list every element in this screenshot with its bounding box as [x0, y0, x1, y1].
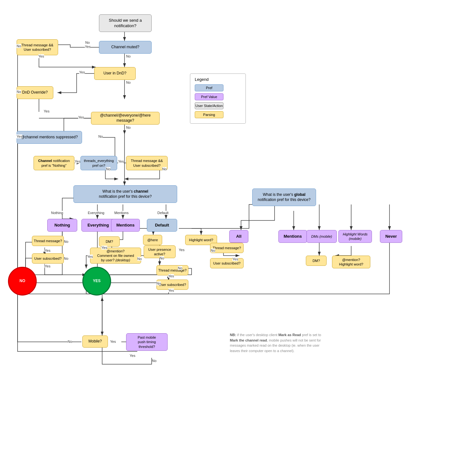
note-text: NB: if the user's desktop client Mark as… [230, 332, 322, 353]
label-no-user-sub-3: No [156, 281, 161, 285]
label-yes-user-sub-1: Yes [45, 264, 50, 268]
channel-muted-node: Channel muted? [99, 41, 152, 54]
label-mentions-val: Mentions [114, 211, 129, 215]
global-pref-node: What is the user's global notification p… [252, 189, 316, 206]
user-subscribed-1-node: User subscribed? [32, 253, 64, 264]
label-everything-val: Everything [88, 211, 104, 215]
all-node: All [229, 230, 248, 243]
label-default-val: Default [157, 211, 169, 215]
label-yes-channel-nothing: Yes [75, 159, 80, 163]
label-no-threads-everything: No [106, 167, 110, 171]
nothing-node: Nothing [47, 219, 77, 232]
label-no-thread-msg-1: No [64, 240, 68, 243]
label-no-dnd-override: No [17, 90, 21, 94]
default-node: Default [147, 219, 177, 232]
label-no-user-sub-1: No [64, 257, 68, 260]
label-no-channel-muted: No [85, 41, 90, 44]
no-label: NO [19, 279, 25, 284]
label-no-mentions-suppressed: No [98, 135, 103, 138]
label-no-presence: No [160, 256, 164, 260]
label-nothing-val: Nothing [51, 211, 63, 215]
label-no-thread-sub-2: No [162, 167, 167, 171]
legend-item-parsing: Parsing [195, 111, 241, 118]
dms-mobile-node: DMs (mobile) [306, 230, 337, 243]
thread-subscribed-1-node: Thread message && User subscribed? [17, 39, 58, 55]
mobile-node: Mobile? [82, 335, 108, 348]
legend-item-pref-value: Pref Value [195, 93, 241, 100]
channel-pref-nothing-node: Channel notification pref is "Nothing" [34, 156, 74, 170]
label-no-thread-sub-1: No [17, 44, 21, 48]
label-no-thread-msg-3: No [178, 266, 182, 270]
label-no-dnd-down: No [126, 81, 131, 84]
legend-item-pref: Pref [195, 84, 241, 91]
user-subscribed-2-node: User subscribed? [210, 258, 244, 268]
at-mention-2-node: @mention? Highlight word? [332, 256, 370, 268]
start-label: Should we send a notification? [109, 18, 142, 29]
dm-2-node: DM? [306, 256, 327, 266]
mentions2-node: Mentions [278, 230, 307, 243]
legend-item-user-state: User State/Action [195, 102, 241, 109]
label-yes-at-channel: Yes [78, 115, 84, 119]
thread-subscribed-2-node: Thread message && User subscribed? [126, 156, 168, 170]
at-channel-node: @channel/@everyone/@here message? [91, 112, 160, 125]
user-dnd-node: User in DnD? [94, 67, 136, 80]
past-timing-node: Past mobile push timing threshold? [126, 333, 168, 351]
no-circle: NO [8, 267, 37, 296]
label-no-timing: No [152, 359, 156, 363]
label-no-thread-msg-2: No [211, 249, 215, 252]
label-yes-thread-msg-2: Yes [232, 257, 238, 261]
label-yes-dnd: Yes [79, 70, 85, 74]
threads-everything-node: threads_everything pref on? [80, 156, 117, 170]
label-yes-thread-msg-1: Yes [45, 249, 50, 252]
yes-label: YES [93, 279, 101, 284]
label-yes-thread-msg-3: Yes [168, 274, 174, 278]
label-yes-timing: Yes [130, 354, 135, 358]
label-yes-threads-everything: Yes [118, 159, 124, 163]
never-node: Never [380, 230, 402, 243]
label-yes-dm1: Yes [102, 246, 107, 250]
label-yes-dnd-override: Yes [44, 109, 49, 113]
label-yes-channel-muted: Yes [85, 45, 91, 49]
thread-msg-1-node: Thread message? [32, 236, 64, 246]
legend-title: Legend [195, 77, 241, 82]
at-here-node: @here [143, 235, 162, 245]
channel-notif-pref-node: What is the user's channel notification … [73, 185, 177, 203]
label-no-mobile: No [68, 340, 72, 343]
yes-circle: YES [82, 267, 111, 296]
mentions-node: Mentions [111, 219, 140, 232]
channel-muted-label: Channel muted? [111, 45, 139, 50]
dnd-override-node: DnD Override? [17, 86, 53, 99]
start-node: Should we send a notification? [99, 14, 152, 32]
at-mention-1-node: @mention? Comment on file owned by user?… [90, 248, 141, 264]
dm-1-node: DM? [99, 236, 120, 247]
highlight-words-mobile-node: Highlight Words (mobile) [338, 230, 372, 243]
label-yes-user-sub-3: Yes [168, 289, 174, 292]
label-no-at-channel: No [126, 126, 131, 129]
diagram-container: Should we send a notification? Channel m… [0, 0, 476, 454]
label-yes-presence: Yes [179, 248, 185, 252]
legend-box: Legend Pref Pref Value User State/Action… [190, 73, 246, 124]
everything-node: Everything [81, 219, 115, 232]
label-yes-thread-sub-1: Yes [38, 54, 44, 58]
label-no-channel-muted-down: No [126, 54, 131, 58]
channel-mentions-suppressed-node: @channel mentions suppressed? [17, 131, 82, 144]
label-yes-mentions-suppressed: Yes [17, 135, 22, 138]
label-yes-mobile: Yes [110, 340, 116, 343]
label-no-mention1: No [137, 257, 142, 261]
label-yes-mention1: Yes [87, 255, 93, 258]
